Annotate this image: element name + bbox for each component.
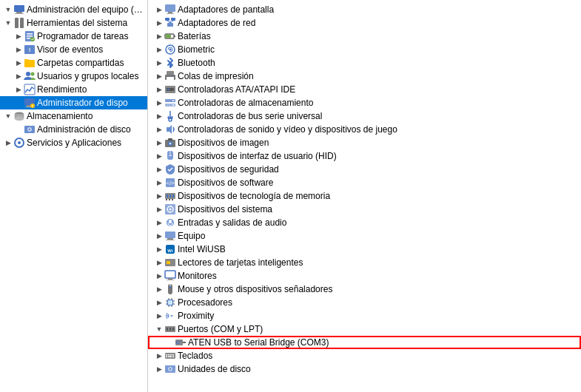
chevron-lectores-tarjetas[interactable] (154, 259, 164, 266)
svg-rect-28 (168, 12, 172, 13)
right-label-controladoras-ata: Controladoras ATA/ATAPI IDE (178, 84, 578, 95)
chevron-monitores[interactable] (154, 272, 164, 280)
ports-icon (164, 323, 176, 335)
right-item-controladoras-almacenamiento[interactable]: Controladoras de almacenamiento (148, 96, 581, 109)
svg-rect-8 (27, 38, 30, 39)
chevron-controladoras-sonido[interactable] (154, 126, 164, 133)
chevron-adaptadores-red[interactable] (154, 19, 164, 27)
right-item-bluetooth[interactable]: Bluetooth (148, 56, 581, 70)
left-item-herramientas[interactable]: Herramientas del sistema (0, 16, 147, 30)
right-label-lectores-tarjetas: Lectores de tarjetas inteligentes (178, 257, 578, 268)
svg-rect-31 (165, 18, 169, 21)
chevron-dispositivos-imagen[interactable] (154, 139, 164, 146)
chevron-intel-wiusb[interactable] (154, 246, 164, 253)
right-item-intel-wiusb[interactable]: WiIntel WiUSB (148, 243, 581, 256)
right-item-controladoras-sonido[interactable]: Controladoras de sonido y vídeo y dispos… (148, 123, 581, 136)
chevron-teclados[interactable] (154, 352, 164, 359)
chevron-dispositivos-memoria[interactable] (154, 192, 164, 200)
right-item-procesadores[interactable]: Procesadores (148, 296, 581, 309)
chevron-controladoras-almacenamiento[interactable] (154, 99, 164, 107)
chevron-bluetooth[interactable] (154, 59, 164, 67)
svg-rect-0 (14, 5, 24, 12)
chevron-programador[interactable] (13, 33, 24, 40)
right-item-aten-usb[interactable]: ATEN USB to Serial Bridge (COM3) (148, 336, 581, 349)
chevron-mouse[interactable] (154, 285, 164, 293)
chevron-proximity[interactable] (154, 312, 164, 320)
chevron-entradas-audio[interactable] (154, 219, 164, 226)
right-item-monitores[interactable]: Monitores (148, 269, 581, 283)
right-item-mouse[interactable]: Mouse y otros dispositivos señaladores (148, 283, 581, 296)
right-item-controladoras-bus[interactable]: Controladoras de bus serie universal (148, 109, 581, 123)
chevron-unidades-disco[interactable] (154, 365, 164, 373)
left-item-almacenamiento[interactable]: Almacenamiento (0, 109, 147, 123)
svg-text:!: ! (32, 104, 33, 109)
left-item-usuarios[interactable]: Usuarios y grupos locales (0, 70, 147, 83)
right-item-adaptadores-red[interactable]: Adaptadores de red (148, 16, 581, 30)
chevron-dispositivos-sistema[interactable] (154, 206, 164, 213)
chevron-procesadores[interactable] (154, 299, 164, 306)
svg-rect-108 (165, 353, 175, 359)
svg-rect-14 (24, 84, 35, 95)
chevron-root[interactable] (3, 6, 13, 13)
right-item-dispositivos-imagen[interactable]: Dispositivos de imagen (148, 136, 581, 149)
svg-rect-68 (172, 199, 173, 200)
chevron-dispositivos-hid[interactable] (154, 152, 164, 160)
left-item-rendimiento[interactable]: Rendimiento (0, 83, 147, 96)
chevron-carpetas[interactable] (13, 59, 24, 67)
chevron-herramientas[interactable] (3, 19, 13, 27)
right-item-puertos[interactable]: Puertos (COM y LPT) (148, 322, 581, 336)
tools-icon (13, 17, 25, 29)
chevron-adaptadores-pantalla[interactable] (154, 6, 164, 13)
chevron-usuarios[interactable] (13, 72, 24, 80)
storage2-icon (164, 97, 176, 109)
chevron-colas-impresion[interactable] (154, 72, 164, 80)
right-item-colas-impresion[interactable]: Colas de impresión (148, 70, 581, 83)
chevron-biometric[interactable] (154, 46, 164, 53)
right-item-equipo[interactable]: Equipo (148, 229, 581, 243)
right-item-dispositivos-software[interactable]: </>Dispositivos de software (148, 176, 581, 189)
right-item-baterias[interactable]: Baterías (148, 30, 581, 43)
right-item-unidades-disco[interactable]: Unidades de disco (148, 362, 581, 376)
left-item-visor[interactable]: !Visor de eventos (0, 43, 147, 56)
right-label-mouse: Mouse y otros dispositivos señaladores (178, 284, 578, 294)
computer2-icon (164, 230, 176, 242)
right-item-teclados[interactable]: Teclados (148, 349, 581, 362)
left-label-admindisco: Administración de disco (37, 124, 147, 135)
left-item-servicios[interactable]: Servicios y Aplicaciones (0, 136, 147, 149)
left-label-usuarios: Usuarios y grupos locales (37, 71, 147, 81)
chevron-dispositivos-seguridad[interactable] (154, 166, 164, 173)
right-item-dispositivos-hid[interactable]: Dispositivos de interfaz de usuario (HID… (148, 149, 581, 163)
right-item-dispositivos-memoria[interactable]: Dispositivos de tecnología de memoria (148, 189, 581, 203)
chevron-baterias[interactable] (154, 33, 164, 40)
left-item-carpetas[interactable]: Carpetas compartidas (0, 56, 147, 70)
chevron-rendimiento[interactable] (13, 86, 24, 93)
chevron-controladoras-ata[interactable] (154, 86, 164, 93)
svg-text:</>: </> (166, 180, 175, 186)
svg-rect-66 (166, 199, 167, 200)
chevron-puertos[interactable] (154, 325, 164, 333)
chevron-controladoras-bus[interactable] (154, 112, 164, 120)
right-item-dispositivos-seguridad[interactable]: Dispositivos de seguridad (148, 163, 581, 176)
right-item-dispositivos-sistema[interactable]: Dispositivos del sistema (148, 203, 581, 216)
svg-rect-107 (183, 342, 186, 343)
svg-rect-47 (167, 89, 169, 90)
left-item-programador[interactable]: Programador de tareas (0, 30, 147, 43)
left-item-root[interactable]: Administración del equipo (loc (0, 3, 147, 16)
chevron-dispositivos-software[interactable] (154, 179, 164, 186)
chevron-visor[interactable] (13, 46, 24, 53)
svg-rect-32 (171, 18, 175, 21)
chevron-almacenamiento[interactable] (3, 112, 13, 120)
right-item-adaptadores-pantalla[interactable]: Adaptadores de pantalla (148, 3, 581, 16)
right-item-lectores-tarjetas[interactable]: Lectores de tarjetas inteligentes (148, 256, 581, 269)
chevron-servicios[interactable] (3, 139, 13, 146)
smartcard-icon (164, 257, 176, 268)
right-item-controladoras-ata[interactable]: Controladoras ATA/ATAPI IDE (148, 83, 581, 96)
chevron-equipo[interactable] (154, 232, 164, 240)
left-item-admindispo[interactable]: !Administrador de dispo (0, 96, 147, 109)
right-item-entradas-audio[interactable]: Entradas y salidas de audio (148, 216, 581, 229)
svg-rect-114 (168, 356, 172, 358)
left-item-admindisco[interactable]: Administración de disco (0, 123, 147, 136)
right-item-biometric[interactable]: Biometric (148, 43, 581, 56)
right-item-proximity[interactable]: Proximity (148, 309, 581, 322)
svg-rect-4 (20, 18, 24, 28)
